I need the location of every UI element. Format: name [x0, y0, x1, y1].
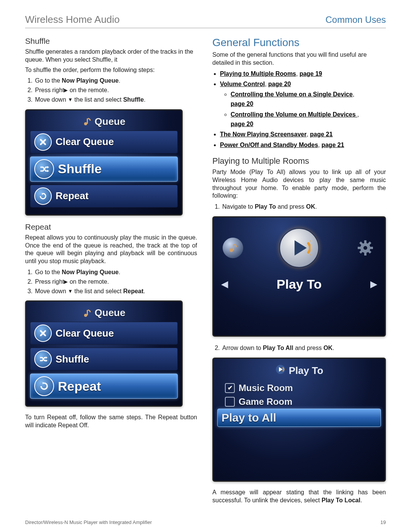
play-to-row-game-room[interactable]: Game Room [217, 395, 381, 409]
shuffle-step-3: Move down ▼ the list and select Shuffle. [34, 95, 197, 105]
play-to-list-title: Play To [217, 363, 381, 381]
repeat-intro: Repeat allows you to continuously play t… [25, 234, 197, 265]
checkbox-checked-icon: ✔ [225, 383, 235, 393]
play-to-label: Play To [228, 277, 370, 292]
left-arrow-icon[interactable]: ◀ [221, 279, 228, 289]
queue-title: Queue [95, 116, 126, 128]
repeat-steps: Go to the Now Playing Queue. Press right… [25, 268, 197, 296]
shuffle-icon [34, 159, 54, 179]
toc-subitem: Controlling the Volume on Multiple Devic… [231, 110, 386, 129]
shuffle-step-2: Press right▶ on the remote. [34, 86, 197, 95]
queue-header: Queue [30, 305, 178, 322]
shuffle-steps: Go to the Now Playing Queue. Press right… [25, 76, 197, 104]
queue-screenshot-repeat: Queue Clear Queue Shuffle [25, 300, 183, 407]
repeat-heading: Repeat [25, 222, 197, 232]
menu-item-label: Repeat [56, 190, 89, 202]
general-functions-toc: Playing to Multiple Rooms, page 19 Volum… [212, 69, 386, 150]
play-to-list-screenshot: Play To ✔ Music Room Game Room Play to A… [212, 358, 386, 482]
x-icon [34, 133, 52, 151]
queue-screenshot-shuffle: Queue Clear Queue Shuffle [25, 109, 183, 216]
play-to-row-music-room[interactable]: ✔ Music Room [217, 381, 381, 395]
svg-rect-13 [364, 252, 366, 256]
repeat-off-note: To turn Repeat off, follow the same step… [25, 414, 197, 430]
play-to-row-label: Play to All [221, 411, 276, 424]
toc-link[interactable]: page 19 [299, 70, 322, 77]
play-to-row-play-to-all[interactable]: Play to All [217, 409, 381, 427]
svg-rect-5 [87, 310, 88, 315]
menu-item-clear-queue[interactable]: Clear Queue [30, 322, 178, 345]
menu-item-repeat[interactable]: Repeat [30, 374, 178, 399]
header-title-right: Common Uses [325, 14, 386, 25]
toc-link[interactable]: page 21 [322, 142, 344, 148]
toc-item: Playing to Multiple Rooms, page 19 [220, 69, 386, 79]
shuffle-heading: Shuffle [25, 37, 197, 46]
toc-link[interactable]: Controlling the Volume on Multiple Devic… [231, 111, 357, 118]
ptmr-intro: Party Mode (Play To All) allows you to l… [212, 168, 386, 200]
toc-link[interactable]: page 20 [231, 101, 253, 107]
music-note-icon [83, 308, 92, 318]
page-footer: Director/Wireless-N Music Player with In… [25, 519, 386, 525]
toc-link[interactable]: page 21 [310, 131, 333, 137]
svg-rect-12 [364, 240, 366, 244]
general-functions-heading: General Functions [212, 37, 386, 49]
music-note-icon [83, 117, 92, 126]
shuffle-step-1: Go to the Now Playing Queue. [34, 76, 197, 86]
shuffle-lead: To shuffle the order, perform the follow… [25, 66, 197, 74]
svg-point-0 [84, 122, 87, 125]
gear-icon [355, 238, 376, 258]
toc-link[interactable]: Controlling the Volume on a Single Devic… [231, 91, 353, 97]
music-note-icon [223, 238, 243, 258]
repeat-icon [34, 187, 52, 205]
svg-point-4 [84, 314, 87, 317]
menu-item-clear-queue[interactable]: Clear Queue [30, 131, 178, 153]
repeat-step-1: Go to the Now Playing Queue. [34, 268, 197, 277]
svg-point-8 [229, 248, 233, 252]
general-functions-intro: Some of the general functions that you w… [212, 51, 386, 67]
right-arrow-icon: ▶ [64, 278, 68, 286]
ptmr-step-1: Navigate to Play To and press OK. [221, 202, 386, 212]
ptmr-steps-b: Arrow down to Play To All and press OK. [212, 343, 386, 353]
header-title-left: Wireless Home Audio [25, 14, 120, 26]
repeat-icon [34, 376, 54, 396]
right-arrow-icon[interactable]: ▶ [370, 279, 377, 289]
toc-link[interactable]: page 20 [231, 121, 253, 127]
toc-link[interactable]: Power On/Off and Standby Modes [220, 142, 318, 148]
toc-item: Power On/Off and Standby Modes, page 21 [220, 141, 386, 150]
toc-link[interactable]: The Now Playing Screensaver [220, 131, 307, 137]
menu-item-label: Shuffle [56, 353, 89, 365]
shuffle-intro: Shuffle generates a random playback orde… [25, 48, 197, 64]
down-arrow-icon: ▼ [68, 288, 73, 295]
footer-page-number: 19 [381, 519, 386, 525]
play-to-row-label: Music Room [239, 383, 293, 393]
ptmr-steps-a: Navigate to Play To and press OK. [212, 202, 386, 212]
checkbox-unchecked-icon [225, 397, 235, 407]
shuffle-icon [34, 350, 52, 368]
ptmr-step-2: Arrow down to Play To All and press OK. [221, 343, 386, 353]
toc-link[interactable]: Volume Control [220, 81, 265, 87]
ptmr-heading: Playing to Multiple Rooms [212, 156, 386, 166]
page-header: Wireless Home Audio Common Uses [25, 14, 386, 28]
toc-item: The Now Playing Screensaver, page 21 [220, 130, 386, 139]
menu-item-label: Shuffle [58, 161, 102, 176]
repeat-step-2: Press right▶ on the remote. [34, 277, 197, 287]
x-icon [34, 324, 52, 342]
toc-link[interactable]: page 20 [268, 81, 291, 87]
toc-link[interactable]: Playing to Multiple Rooms [220, 70, 296, 77]
queue-header: Queue [30, 114, 178, 131]
svg-point-20 [363, 246, 367, 250]
queue-title: Queue [95, 307, 126, 319]
menu-item-repeat[interactable]: Repeat [30, 185, 178, 208]
play-to-row-label: Game Room [239, 396, 292, 407]
menu-item-label: Repeat [58, 379, 101, 394]
toc-subitem: Controlling the Volume on a Single Devic… [231, 90, 386, 109]
footer-product: Director/Wireless-N Music Player with In… [25, 519, 152, 525]
menu-item-shuffle[interactable]: Shuffle [30, 348, 178, 371]
svg-marker-10 [295, 240, 307, 256]
toc-item: Volume Control, page 20 Controlling the … [220, 80, 386, 129]
menu-item-label: Clear Queue [56, 136, 114, 148]
svg-rect-9 [233, 244, 234, 250]
play-icon[interactable] [279, 228, 319, 268]
menu-item-shuffle[interactable]: Shuffle [30, 157, 178, 182]
play-to-screenshot: ◀ Play To ▶ [212, 216, 386, 337]
play-icon [275, 364, 286, 377]
